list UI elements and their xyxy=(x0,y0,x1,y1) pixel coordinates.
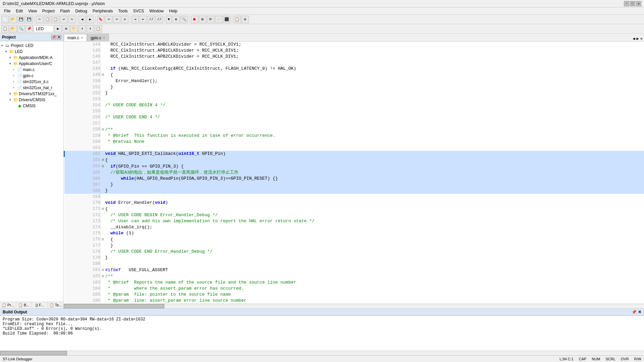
scrollbar-thumb[interactable] xyxy=(64,304,164,308)
tab-gpio-c-close[interactable]: ✕ xyxy=(103,36,105,40)
menu-peripherals[interactable]: Peripherals xyxy=(90,8,116,14)
save-all-button[interactable]: 💾 xyxy=(25,16,33,23)
tree-toggle-gpio-c[interactable]: + xyxy=(13,74,17,77)
fold-icon-149[interactable]: ⊟ xyxy=(102,73,104,77)
fold-icon-163[interactable]: ⊟ xyxy=(102,158,104,162)
tree-item-project[interactable]: ▼ 🗂 Project: LED xyxy=(0,43,63,49)
debug-undo-button[interactable]: ↩ xyxy=(215,16,222,23)
tree-toggle-main-c[interactable]: + xyxy=(13,68,17,71)
bookmark-next-button[interactable]: ➡ xyxy=(113,16,120,23)
debug-start-button[interactable]: ⏺ xyxy=(191,16,198,23)
tab-scroll-right-icon[interactable]: ▶ xyxy=(637,36,639,41)
tree-toggle-led[interactable]: ▼ xyxy=(5,50,9,53)
tree-item-led[interactable]: ▼ 📁 LED xyxy=(0,49,63,55)
tb2-build5[interactable]: ⬆ xyxy=(87,25,94,33)
sidebar-tab-b[interactable]: 📋 B... xyxy=(16,302,32,308)
undo-button[interactable]: ↩ xyxy=(60,16,67,23)
save-button[interactable]: 💾 xyxy=(17,16,25,23)
debug-reset-button[interactable]: ⟳ xyxy=(207,16,214,23)
indent-button[interactable]: ⇥ xyxy=(131,16,139,23)
view-option-button[interactable]: 📋 xyxy=(233,16,241,23)
tree-toggle-app-user[interactable]: ▼ xyxy=(9,62,13,65)
sidebar-pin-button[interactable]: 📌 xyxy=(51,35,56,40)
nav-fwd-button[interactable]: ▶ xyxy=(87,16,94,23)
tb2-build2[interactable]: ⚙ xyxy=(62,25,70,33)
sidebar-close-button[interactable]: ✕ xyxy=(57,35,61,40)
tree-item-gpio-c[interactable]: + 📄 gpio.c xyxy=(0,73,63,79)
bookmark-clear-button[interactable]: ✕ xyxy=(121,16,128,23)
open-button[interactable]: 📂 xyxy=(9,16,17,23)
build-h-scrollbar[interactable] xyxy=(0,351,644,355)
uncomment-button[interactable]: // xyxy=(156,16,163,23)
copy-button[interactable]: 📋 xyxy=(44,16,51,23)
nav-back-button[interactable]: ◀ xyxy=(78,16,86,23)
tb2-build4[interactable]: ⬇ xyxy=(78,25,86,33)
fold-icon-176[interactable]: ⊟ xyxy=(102,238,104,241)
tab-controls[interactable]: ◀ ▶ ✕ xyxy=(631,36,644,41)
close-button[interactable]: ✕ xyxy=(636,1,641,6)
tab-main-c[interactable]: main.c ✕ xyxy=(64,34,87,41)
target-select[interactable]: ▼ xyxy=(166,16,172,23)
tab-gpio-c[interactable]: gpio.c ✕ xyxy=(87,34,109,41)
window-controls[interactable]: − □ ✕ xyxy=(624,1,641,6)
comment-button[interactable]: // xyxy=(148,16,155,23)
fold-icon-171[interactable]: ⊟ xyxy=(102,207,104,211)
sidebar-tab-pr[interactable]: 📋 Pr... xyxy=(0,302,16,308)
menu-view[interactable]: View xyxy=(25,8,40,14)
menu-file[interactable]: File xyxy=(1,8,13,14)
tree-toggle-stm32-hal[interactable]: + xyxy=(13,86,17,89)
tree-toggle-drivers-cmsis[interactable]: ▼ xyxy=(9,98,13,102)
tab-main-c-close[interactable]: ✕ xyxy=(80,36,83,40)
bookmark-prev-button[interactable]: ⬅ xyxy=(105,16,112,23)
tb2-build1[interactable]: ▶ xyxy=(54,25,62,33)
horizontal-scrollbar[interactable] xyxy=(64,304,644,308)
tree-toggle-drivers-stm[interactable]: ▼ xyxy=(9,92,13,96)
build-close-icon[interactable]: ✕ xyxy=(638,310,641,314)
tree-item-stm32-it[interactable]: + 📄 stm32f1xx_it.c xyxy=(0,79,63,85)
tree-item-app-user[interactable]: ▼ 📁 Application/User/C xyxy=(0,61,63,67)
menu-debug[interactable]: Debug xyxy=(73,8,90,14)
debug-stop-button[interactable]: ⏹ xyxy=(199,16,206,23)
fold-icon-164[interactable]: ⊟ xyxy=(102,165,104,168)
sidebar-tab-te[interactable]: 📋 Te... xyxy=(48,302,64,308)
menu-flash[interactable]: Flash xyxy=(57,8,72,14)
tree-item-cmsis[interactable]: ◆ CMSIS xyxy=(0,103,63,109)
search-button[interactable]: 🔍 xyxy=(180,16,188,23)
tree-item-stm32-hal[interactable]: + 📄 stm32f1xx_hal_r xyxy=(0,85,63,91)
new-file-button[interactable]: 📄 xyxy=(1,16,9,23)
menu-project[interactable]: Project xyxy=(40,8,57,14)
tb2-build3[interactable]: 📁 xyxy=(70,25,78,33)
tb2-build6[interactable]: 📋 xyxy=(95,25,102,33)
tree-toggle-stm32-it[interactable]: + xyxy=(13,80,17,83)
sidebar-controls[interactable]: 📌 ✕ xyxy=(51,35,61,40)
unindent-button[interactable]: ⇤ xyxy=(140,16,147,23)
tb2-btn2[interactable]: 📂 xyxy=(9,25,17,33)
menu-edit[interactable]: Edit xyxy=(13,8,25,14)
menu-tools[interactable]: Tools xyxy=(116,8,130,14)
minimize-button[interactable]: − xyxy=(624,1,629,6)
fold-icon-158[interactable]: ⊟ xyxy=(102,128,104,131)
fold-icon-181[interactable]: ⊟ xyxy=(102,268,104,272)
menu-help[interactable]: Help xyxy=(166,8,180,14)
fold-icon-182[interactable]: ⊟ xyxy=(102,275,104,278)
build-pin-icon[interactable]: 📌 xyxy=(632,310,637,314)
build-scrollbar-thumb[interactable] xyxy=(0,351,67,355)
menu-window[interactable]: Window xyxy=(147,8,166,14)
tree-item-main-c[interactable]: + 📄 main.c xyxy=(0,67,63,73)
tree-item-drivers-stm[interactable]: ▼ 📁 Drivers/STM32F1xx_ xyxy=(0,91,63,97)
tree-toggle-project[interactable]: ▼ xyxy=(1,44,5,47)
tb2-btn4[interactable]: 📌 xyxy=(25,25,33,33)
led-label[interactable]: LED xyxy=(34,25,54,32)
build-options-button[interactable]: ⚙ xyxy=(172,16,180,23)
tree-toggle-app-mdk[interactable]: ▼ xyxy=(9,56,13,59)
tree-item-drivers-cmsis[interactable]: ▼ 📁 Drivers/CMSIS xyxy=(0,97,63,103)
sidebar-tab-f[interactable]: {} F... xyxy=(32,302,48,308)
tab-close-all-icon[interactable]: ✕ xyxy=(640,36,643,41)
redo-button[interactable]: ↪ xyxy=(68,16,75,23)
paste-button[interactable]: 📋 xyxy=(52,16,59,23)
tab-scroll-left-icon[interactable]: ◀ xyxy=(633,36,635,41)
settings-button[interactable]: ⚙ xyxy=(241,16,249,23)
debug-btn5[interactable]: ⬛ xyxy=(223,16,230,23)
cut-button[interactable]: ✂ xyxy=(36,16,43,23)
menu-svcs[interactable]: SVCS xyxy=(130,8,147,14)
